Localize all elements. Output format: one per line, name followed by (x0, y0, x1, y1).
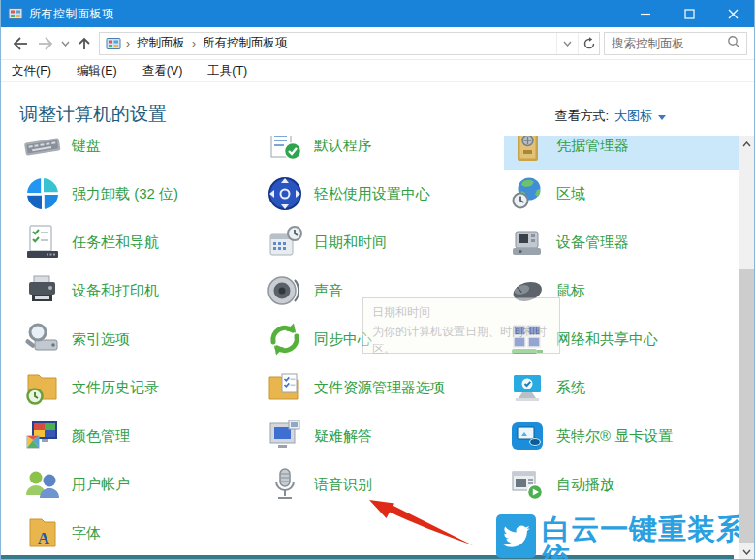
svg-text:A: A (38, 529, 50, 547)
breadcrumb-root-icon (106, 36, 121, 51)
control-panel-item[interactable]: 设备管理器 (504, 218, 739, 266)
item-label: 英特尔® 显卡设置 (556, 427, 673, 446)
recent-locations-button[interactable] (58, 32, 72, 55)
intel-graphics-icon (508, 417, 547, 455)
vertical-scrollbar[interactable] (739, 136, 755, 560)
item-label: 键盘 (72, 137, 101, 155)
scroll-up-button[interactable] (739, 136, 755, 152)
menu-bar: 文件(F)编辑(E)查看(V)工具(T) (0, 60, 755, 82)
control-panel-item[interactable]: 文件资源管理器选项 (262, 363, 504, 412)
fonts-icon: A (23, 513, 62, 552)
breadcrumb-item-1[interactable]: 所有控制面板项 (197, 35, 294, 51)
control-panel-item[interactable]: 索引选项 (19, 315, 262, 363)
item-label: 日期和时间 (314, 233, 387, 252)
forward-button[interactable] (33, 32, 58, 55)
back-button[interactable] (8, 32, 33, 55)
control-panel-item[interactable]: 文件历史记录 (19, 363, 262, 412)
up-button[interactable] (72, 32, 97, 55)
scrollbar-thumb[interactable] (739, 269, 755, 543)
taskbar-nav-icon (23, 223, 62, 262)
keyboard-icon (23, 136, 62, 165)
view-by-control: 查看方式: 大图标 (554, 108, 666, 125)
item-label: 鼠标 (556, 282, 585, 300)
breadcrumb: ›控制面板›所有控制面板项 (125, 35, 294, 51)
maximize-button[interactable] (668, 0, 711, 27)
control-panel-item[interactable]: 区域 (504, 170, 739, 218)
chevron-down-icon[interactable] (658, 115, 666, 120)
troubleshooting-icon (266, 417, 304, 455)
address-bar[interactable]: ›控制面板›所有控制面板项 (99, 32, 600, 55)
control-panel-item[interactable]: 自动播放 (504, 460, 739, 509)
close-button[interactable] (711, 0, 755, 27)
breadcrumb-item-0[interactable]: 控制面板 (131, 35, 191, 51)
item-label: 自动播放 (556, 476, 614, 494)
item-label: 设备管理器 (556, 233, 629, 252)
file-history-icon (23, 368, 62, 407)
watermark: 白云一键重装系统 www.baiyunxitong.com (496, 514, 755, 560)
speech-recognition-icon (266, 465, 304, 504)
control-panel-item[interactable]: 凭据管理器 (504, 136, 739, 170)
control-panel-item[interactable]: 用户帐户 (19, 460, 262, 509)
control-panel-item[interactable]: 键盘 (19, 136, 262, 170)
item-label: 索引选项 (72, 330, 130, 349)
control-panel-item[interactable]: 任务栏和导航 (19, 218, 262, 266)
item-label: 网络和共享中心 (556, 330, 658, 349)
item-label: 字体 (72, 524, 101, 543)
date-time-icon (266, 223, 304, 262)
scroll-down-button[interactable] (739, 544, 755, 560)
item-label: 用户帐户 (72, 476, 130, 494)
search-input[interactable] (605, 37, 725, 50)
search-icon[interactable] (727, 35, 740, 52)
control-panel-icon (8, 6, 23, 21)
menu-item-0[interactable]: 文件(F) (12, 63, 51, 79)
bird-logo-icon (496, 514, 536, 558)
item-label: 疑难解答 (314, 427, 372, 446)
item-label: 文件资源管理器选项 (314, 379, 445, 397)
control-panel-item[interactable]: 默认程序 (262, 136, 504, 170)
control-panel-item[interactable]: 英特尔® 显卡设置 (504, 412, 739, 460)
page-title: 调整计算机的设置 (19, 102, 167, 127)
default-programs-icon (266, 136, 304, 165)
navigation-bar: ›控制面板›所有控制面板项 (0, 27, 755, 60)
view-by-label: 查看方式: (554, 108, 609, 125)
uninstaller-icon (23, 174, 62, 213)
control-panel-item[interactable]: 颜色管理 (19, 412, 262, 460)
user-accounts-icon (23, 465, 62, 504)
control-panel-item[interactable]: 疑难解答 (262, 412, 504, 460)
minimize-button[interactable] (624, 0, 668, 27)
control-panel-item[interactable]: 强力卸载 (32 位) (19, 170, 262, 218)
menu-item-2[interactable]: 查看(V) (142, 63, 183, 79)
sync-center-icon (266, 320, 304, 358)
control-panel-item[interactable]: 语音识别 (262, 460, 504, 509)
devices-printers-icon (23, 271, 62, 310)
autoplay-icon (508, 465, 547, 504)
title-bar: 所有控制面板项 (0, 0, 755, 27)
search-box (604, 32, 747, 55)
view-by-value[interactable]: 大图标 (614, 108, 652, 125)
menu-item-3[interactable]: 工具(T) (207, 63, 247, 79)
item-label: 文件历史记录 (72, 379, 159, 397)
system-icon (508, 368, 547, 407)
item-label: 凭据管理器 (556, 137, 629, 155)
item-label: 轻松使用设置中心 (314, 185, 430, 203)
watermark-title: 白云一键重装系统 (542, 514, 755, 560)
ease-of-access-icon (266, 174, 304, 213)
address-dropdown-button[interactable] (556, 33, 578, 54)
item-label: 任务栏和导航 (72, 233, 159, 252)
page-header: 调整计算机的设置 查看方式: 大图标 (0, 82, 755, 136)
control-panel-item[interactable]: 日期和时间 (262, 218, 504, 266)
refresh-button[interactable] (578, 33, 599, 54)
control-panel-item[interactable]: 设备和打印机 (19, 266, 262, 315)
menu-item-1[interactable]: 编辑(E) (77, 63, 117, 79)
sound-icon (266, 271, 304, 310)
control-panel-item[interactable]: 轻松使用设置中心 (262, 170, 504, 218)
explorer-options-icon (266, 368, 304, 407)
indexing-options-icon (23, 320, 62, 358)
control-panel-item[interactable]: A字体 (19, 509, 262, 557)
control-panel-item[interactable]: 系统 (504, 363, 739, 412)
credential-manager-icon (508, 136, 547, 165)
item-label: 系统 (556, 379, 585, 397)
item-label: 区域 (556, 185, 585, 203)
window-title: 所有控制面板项 (29, 6, 114, 22)
tooltip-body: 为你的计算机设置日期、时间和时区。 (372, 324, 551, 358)
